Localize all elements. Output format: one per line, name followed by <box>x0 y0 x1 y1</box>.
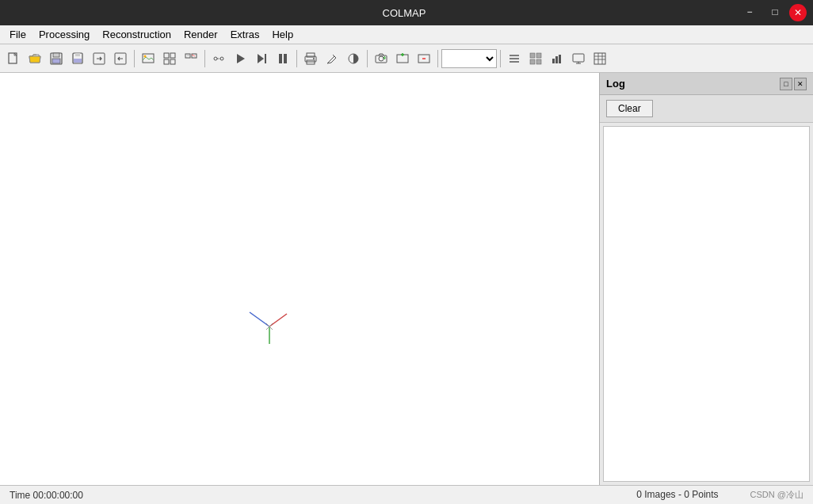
menu-reconstruction[interactable]: Reconstruction <box>96 27 177 42</box>
svg-rect-37 <box>536 53 541 58</box>
title-bar: COLMAP − □ ✕ <box>0 0 813 25</box>
status-bar: Time 00:00:00:00 0 Images - 0 Points CSD… <box>0 485 813 504</box>
toolbar-chart[interactable] <box>547 48 567 69</box>
window-controls: − □ ✕ <box>739 4 807 21</box>
log-header: Log □ ✕ <box>600 73 813 95</box>
status-right: 0 Images - 0 Points CSDN @冷山 <box>636 489 803 501</box>
svg-point-18 <box>220 57 223 60</box>
axis-indicator <box>238 295 301 358</box>
svg-rect-36 <box>530 53 535 58</box>
toolbar <box>0 44 813 73</box>
toolbar-add-point[interactable] <box>392 48 413 69</box>
watermark: CSDN @冷山 <box>750 489 803 501</box>
time-display: Time 00:00:00:00 <box>10 490 83 501</box>
menu-bar: File Processing Reconstruction Render Ex… <box>0 25 813 44</box>
svg-rect-15 <box>185 54 190 58</box>
svg-line-50 <box>269 314 287 326</box>
svg-rect-13 <box>164 59 169 64</box>
toolbar-image-view[interactable] <box>138 48 158 69</box>
toolbar-connect[interactable] <box>208 48 229 69</box>
stats-display: 0 Images - 0 Points <box>636 489 718 501</box>
toolbar-save[interactable] <box>67 48 88 69</box>
log-title: Log <box>606 78 625 90</box>
svg-rect-23 <box>284 54 287 63</box>
toolbar-monitor[interactable] <box>568 48 589 69</box>
toolbar-sep-2 <box>204 50 205 67</box>
toolbar-layout-grid[interactable] <box>525 48 546 69</box>
toolbar-play[interactable] <box>230 48 250 69</box>
toolbar-remove-point[interactable] <box>414 48 434 69</box>
toolbar-matches[interactable] <box>181 48 201 69</box>
svg-rect-40 <box>552 59 555 63</box>
svg-rect-43 <box>573 54 584 62</box>
svg-rect-6 <box>74 59 82 63</box>
toolbar-sep-4 <box>367 50 368 67</box>
svg-point-17 <box>214 57 217 60</box>
app-title: COLMAP <box>70 7 739 19</box>
svg-point-10 <box>144 55 147 57</box>
main-area: Log □ ✕ Clear <box>0 73 813 485</box>
minimize-button[interactable]: − <box>739 4 761 20</box>
toolbar-sep-5 <box>437 50 438 67</box>
svg-rect-39 <box>536 59 541 64</box>
svg-point-27 <box>313 58 315 59</box>
menu-help[interactable]: Help <box>265 27 300 42</box>
toolbar-save-as[interactable] <box>46 48 67 69</box>
restore-button[interactable]: □ <box>764 4 786 20</box>
toolbar-open[interactable] <box>25 48 45 69</box>
svg-rect-2 <box>53 53 59 57</box>
toolbar-print[interactable] <box>300 48 321 69</box>
toolbar-dropdown[interactable] <box>441 49 497 68</box>
svg-rect-14 <box>170 59 175 64</box>
svg-rect-3 <box>52 59 60 63</box>
toolbar-new[interactable] <box>3 48 24 69</box>
toolbar-import[interactable] <box>89 48 109 69</box>
log-header-controls: □ ✕ <box>780 78 807 90</box>
toolbar-table[interactable] <box>590 48 610 69</box>
toolbar-export[interactable] <box>110 48 131 69</box>
toolbar-sep-3 <box>296 50 297 67</box>
toolbar-contrast[interactable] <box>343 48 364 69</box>
toolbar-layout-list[interactable] <box>504 48 525 69</box>
svg-rect-38 <box>530 59 535 64</box>
toolbar-sep-1 <box>134 50 135 67</box>
viewport[interactable] <box>0 73 599 485</box>
clear-log-button[interactable]: Clear <box>606 100 653 117</box>
toolbar-grid-view[interactable] <box>159 48 180 69</box>
toolbar-edit[interactable] <box>322 48 342 69</box>
menu-file[interactable]: File <box>3 27 32 42</box>
svg-rect-21 <box>265 54 266 63</box>
menu-render[interactable]: Render <box>177 27 224 42</box>
svg-rect-42 <box>559 55 561 63</box>
svg-line-49 <box>250 312 269 326</box>
svg-rect-11 <box>164 53 169 58</box>
svg-point-30 <box>379 56 384 61</box>
log-content[interactable] <box>603 126 810 482</box>
toolbar-play-end[interactable] <box>251 48 272 69</box>
close-button[interactable]: ✕ <box>789 4 807 21</box>
menu-extras[interactable]: Extras <box>224 27 266 42</box>
svg-rect-12 <box>170 53 175 58</box>
toolbar-add-cam[interactable] <box>371 48 391 69</box>
toolbar-pause[interactable] <box>273 48 293 69</box>
log-restore-btn[interactable]: □ <box>780 78 792 90</box>
menu-processing[interactable]: Processing <box>32 27 96 42</box>
toolbar-sep-6 <box>500 50 501 67</box>
svg-marker-19 <box>237 54 245 63</box>
log-close-btn[interactable]: ✕ <box>794 78 807 90</box>
svg-rect-5 <box>75 53 80 56</box>
svg-marker-20 <box>258 54 264 63</box>
log-panel: Log □ ✕ Clear <box>599 73 813 485</box>
svg-rect-44 <box>594 53 605 64</box>
svg-rect-41 <box>555 56 558 63</box>
log-toolbar: Clear <box>600 95 813 123</box>
svg-rect-22 <box>279 54 282 63</box>
